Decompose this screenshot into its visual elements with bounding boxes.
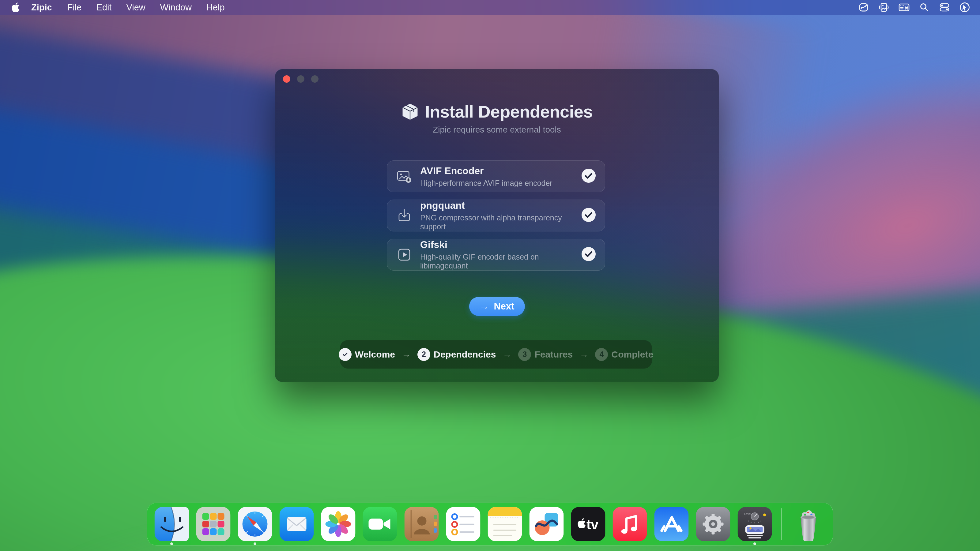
desktop: Zipic File Edit View Window Help bbox=[0, 0, 980, 551]
running-indicator bbox=[753, 542, 756, 545]
stepper-arrow-icon: → bbox=[503, 349, 511, 359]
step-number: 3 bbox=[518, 348, 531, 361]
menu-item-appname[interactable]: Zipic bbox=[23, 0, 60, 15]
tray-download-icon bbox=[396, 208, 412, 224]
menu-bar: Zipic File Edit View Window Help bbox=[0, 0, 980, 15]
next-button-label: Next bbox=[494, 301, 514, 312]
dependency-row-gifski: Gifski High-quality GIF encoder based on… bbox=[387, 239, 605, 271]
dock-icon-mail[interactable] bbox=[280, 507, 314, 541]
traffic-lights bbox=[283, 75, 318, 83]
menu-bar-left: Zipic File Edit View Window Help bbox=[0, 0, 232, 15]
close-button[interactable] bbox=[283, 75, 290, 83]
install-dependencies-window: Install Dependencies Zipic requires some… bbox=[275, 69, 719, 382]
dependency-row-avif: AVIF Encoder High-performance AVIF image… bbox=[387, 160, 605, 192]
running-indicator bbox=[254, 542, 256, 545]
installed-check-icon bbox=[582, 247, 596, 262]
svg-text:LEVEL: LEVEL bbox=[745, 513, 752, 516]
command-window-icon[interactable]: ⌘ bbox=[897, 0, 911, 15]
dependency-description: High-performance AVIF image encoder bbox=[420, 179, 582, 187]
next-button[interactable]: → Next bbox=[469, 297, 525, 316]
step-complete: 4 Complete bbox=[595, 348, 653, 361]
compress-badge-icon[interactable] bbox=[857, 0, 870, 15]
wizard-stepper: Welcome → 2 Dependencies → 3 Features → … bbox=[340, 340, 652, 368]
spotlight-search-icon[interactable] bbox=[918, 0, 931, 15]
svg-text:tv: tv bbox=[587, 517, 599, 532]
dock-icon-safari[interactable] bbox=[238, 507, 272, 541]
apple-logo-icon bbox=[12, 2, 20, 12]
dependency-name: AVIF Encoder bbox=[420, 165, 582, 176]
dependency-name: Gifski bbox=[420, 239, 582, 250]
dock-icon-zipic[interactable]: LEVEL bbox=[738, 507, 772, 541]
photo-download-icon bbox=[396, 168, 412, 184]
dock-icon-notes[interactable] bbox=[488, 507, 522, 541]
dock-icon-music[interactable] bbox=[613, 507, 647, 541]
stepper-arrow-icon: → bbox=[402, 349, 411, 359]
dependency-text: AVIF Encoder High-performance AVIF image… bbox=[420, 165, 582, 187]
menu-item-window[interactable]: Window bbox=[153, 0, 199, 15]
cursor-circle-icon[interactable] bbox=[958, 0, 971, 15]
menu-item-edit[interactable]: Edit bbox=[89, 0, 119, 15]
next-arrow-icon: → bbox=[479, 301, 489, 312]
step-number: 2 bbox=[417, 348, 430, 361]
minimize-button[interactable] bbox=[297, 75, 304, 83]
dock-icon-app-store[interactable] bbox=[654, 507, 689, 541]
window-subtitle: Zipic requires some external tools bbox=[275, 125, 719, 135]
step-features: 3 Features bbox=[518, 348, 573, 361]
step-label: Features bbox=[535, 349, 573, 360]
dependency-name: pngquant bbox=[420, 200, 582, 211]
dock-icon-launchpad[interactable] bbox=[196, 507, 231, 541]
dock-separator bbox=[781, 508, 782, 540]
installed-check-icon bbox=[582, 169, 596, 184]
dock-icon-contacts[interactable] bbox=[404, 507, 439, 541]
dependency-row-pngquant: pngquant PNG compressor with alpha trans… bbox=[387, 200, 605, 232]
dependency-description: PNG compressor with alpha transparency s… bbox=[420, 213, 582, 231]
dock-icon-photos[interactable] bbox=[321, 507, 356, 541]
zoom-button[interactable] bbox=[311, 75, 318, 83]
dock-icon-finder[interactable] bbox=[155, 507, 189, 541]
shippingbox-icon bbox=[401, 103, 419, 121]
running-indicator bbox=[170, 542, 173, 545]
window-header: Install Dependencies bbox=[275, 102, 719, 122]
control-center-icon[interactable] bbox=[938, 0, 951, 15]
step-check-icon bbox=[339, 348, 352, 361]
dependency-text: pngquant PNG compressor with alpha trans… bbox=[420, 200, 582, 231]
menu-item-file[interactable]: File bbox=[60, 0, 89, 15]
menu-bar-status-area: ⌘ bbox=[857, 0, 980, 15]
step-label: Complete bbox=[611, 349, 653, 360]
dock-icon-tv[interactable]: tv bbox=[571, 507, 605, 541]
dependency-text: Gifski High-quality GIF encoder based on… bbox=[420, 239, 582, 270]
dock: tv bbox=[147, 503, 833, 546]
step-dependencies: 2 Dependencies bbox=[417, 348, 496, 361]
menu-item-view[interactable]: View bbox=[119, 0, 153, 15]
step-number: 4 bbox=[595, 348, 608, 361]
photo-motion-icon[interactable] bbox=[877, 0, 891, 15]
menu-item-help[interactable]: Help bbox=[199, 0, 232, 15]
installed-check-icon bbox=[582, 208, 596, 223]
dock-icon-facetime[interactable] bbox=[363, 507, 397, 541]
svg-text:⌘: ⌘ bbox=[905, 6, 908, 10]
step-label: Welcome bbox=[355, 349, 395, 360]
dock-icon-trash[interactable] bbox=[791, 507, 826, 541]
dependency-description: High-quality GIF encoder based on libima… bbox=[420, 252, 582, 270]
step-welcome: Welcome bbox=[339, 348, 395, 361]
stepper-arrow-icon: → bbox=[579, 349, 588, 359]
play-square-icon bbox=[396, 247, 412, 263]
dock-icon-reminders[interactable] bbox=[446, 507, 480, 541]
dock-icon-freeform[interactable] bbox=[530, 507, 564, 541]
dock-icon-system-settings[interactable] bbox=[696, 507, 730, 541]
step-label: Dependencies bbox=[434, 349, 496, 360]
apple-menu[interactable] bbox=[10, 2, 23, 12]
window-title: Install Dependencies bbox=[425, 102, 593, 122]
